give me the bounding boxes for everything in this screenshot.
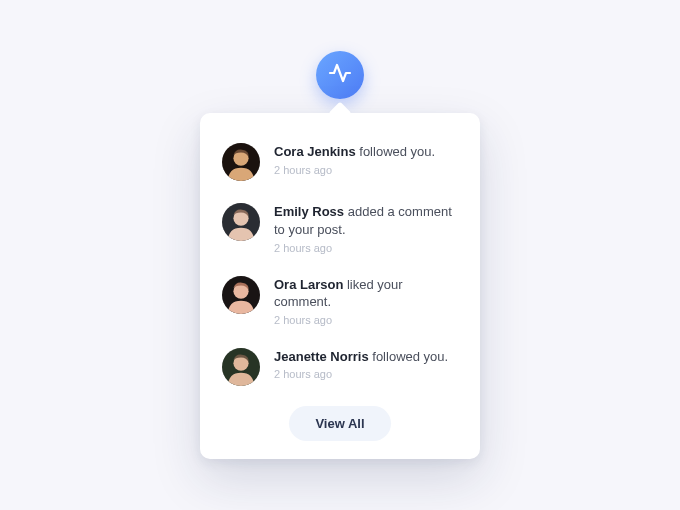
notification-text: Emily Ross added a comment to your post.… [274,203,458,253]
notifications-popover: Cora Jenkins followed you.2 hours ago Em… [200,113,480,458]
notification-item[interactable]: Cora Jenkins followed you.2 hours ago [222,135,458,195]
avatar [222,143,260,181]
notification-message: Emily Ross added a comment to your post. [274,203,458,238]
notification-user-name: Cora Jenkins [274,144,356,159]
avatar [222,348,260,386]
notification-text: Cora Jenkins followed you.2 hours ago [274,143,458,176]
notification-user-name: Emily Ross [274,204,344,219]
notification-message: Ora Larson liked your comment. [274,276,458,311]
notification-message: Jeanette Norris followed you. [274,348,458,366]
notification-user-name: Ora Larson [274,277,343,292]
notification-time: 2 hours ago [274,242,458,254]
notification-item[interactable]: Ora Larson liked your comment.2 hours ag… [222,268,458,340]
notification-time: 2 hours ago [274,314,458,326]
notification-item[interactable]: Jeanette Norris followed you.2 hours ago [222,340,458,400]
notifications-trigger[interactable] [316,51,364,99]
notifications-list: Cora Jenkins followed you.2 hours ago Em… [222,135,458,399]
avatar [222,276,260,314]
notification-text: Jeanette Norris followed you.2 hours ago [274,348,458,381]
view-all-button[interactable]: View All [289,406,390,441]
notification-message: Cora Jenkins followed you. [274,143,458,161]
notification-user-name: Jeanette Norris [274,349,369,364]
notification-time: 2 hours ago [274,368,458,380]
notification-text: Ora Larson liked your comment.2 hours ag… [274,276,458,326]
notification-item[interactable]: Emily Ross added a comment to your post.… [222,195,458,267]
avatar [222,203,260,241]
notification-action: followed you. [359,144,435,159]
notification-action: followed you. [372,349,448,364]
popover-footer: View All [222,400,458,441]
notification-time: 2 hours ago [274,164,458,176]
activity-icon [328,61,352,89]
